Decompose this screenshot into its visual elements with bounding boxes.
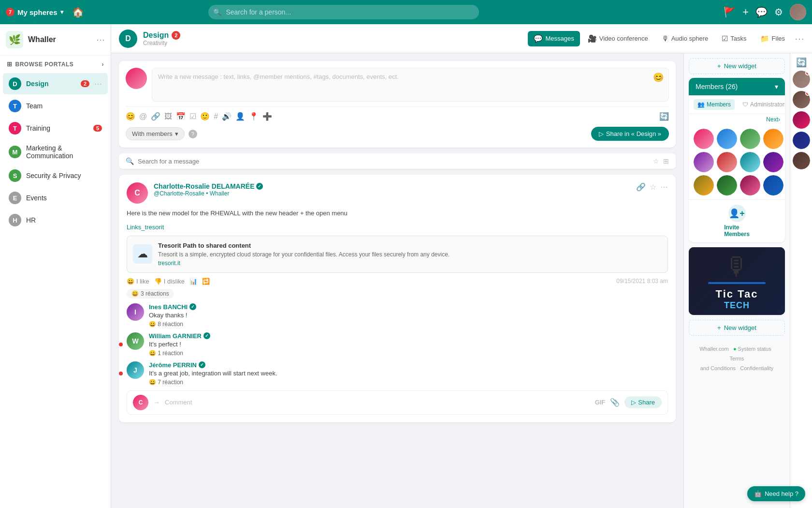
comment-input[interactable] xyxy=(165,399,590,406)
members-tab-members[interactable]: 👥 Members xyxy=(694,99,735,110)
sidebar-more-design[interactable]: ⋯ xyxy=(94,79,102,89)
compose-at-icon[interactable]: @ xyxy=(139,112,147,121)
side-refresh-icon[interactable]: 🔄 xyxy=(796,57,807,68)
compose-sound-icon[interactable]: 🔊 xyxy=(222,112,232,121)
compose-box: Write a new message : text, links, @memb… xyxy=(119,61,676,148)
member-avatar-9[interactable] xyxy=(694,175,714,195)
share-button[interactable]: ▷ Share in « Design » xyxy=(591,127,669,141)
feed-filter-icon[interactable]: ⊞ xyxy=(663,157,669,165)
like-button[interactable]: 😀 I like xyxy=(127,278,149,285)
compose-tag-icon[interactable]: # xyxy=(214,112,218,121)
members-tab-admins[interactable]: 🛡 Administrators xyxy=(739,99,785,110)
user-avatar[interactable] xyxy=(790,4,806,20)
tab-tasks[interactable]: ☑ Tasks xyxy=(716,31,752,46)
comment-share-button[interactable]: ▷ Share xyxy=(624,396,662,408)
compose-input-area[interactable]: Write a new message : text, links, @memb… xyxy=(152,68,669,102)
comment-input-row: C → GIF 📎 ▷ Share xyxy=(127,390,668,415)
member-avatar-2[interactable] xyxy=(717,129,737,149)
message-more-icon[interactable]: ⋯ xyxy=(660,182,668,192)
gif-button[interactable]: GIF xyxy=(595,399,606,406)
with-members-label: With members xyxy=(132,130,173,137)
compose-check-icon[interactable]: ☑ xyxy=(189,112,196,121)
link-preview-url[interactable]: tresorit.it xyxy=(158,260,662,267)
terms-conditions-link[interactable]: and Conditions xyxy=(700,365,736,371)
compose-emoji-toolbar[interactable]: 😊 xyxy=(126,112,135,121)
compose-link-icon[interactable]: 🔗 xyxy=(151,112,160,121)
attach-icon[interactable]: 📎 xyxy=(610,398,620,407)
whaller-com-link[interactable]: Whaller.com xyxy=(699,346,729,352)
new-widget-bottom-button[interactable]: + New widget xyxy=(689,320,785,336)
spheres-dropdown-icon[interactable]: ▾ xyxy=(60,9,63,15)
home-icon[interactable]: 🏠 xyxy=(72,6,84,18)
feed-search-input[interactable] xyxy=(138,158,649,165)
podcast-widget[interactable]: 🎙 Tic Tac TECH xyxy=(689,247,785,315)
tab-audio[interactable]: 🎙 Audio sphere xyxy=(656,31,714,46)
side-icon-1[interactable] xyxy=(793,71,810,88)
audience-help-icon[interactable]: ? xyxy=(188,130,197,138)
compose-refresh-icon[interactable]: 🔄 xyxy=(659,112,669,121)
tab-video[interactable]: 🎥 Video conference xyxy=(582,31,654,46)
sidebar-item-hr[interactable]: H HR xyxy=(3,209,108,231)
workspace-more-icon[interactable]: ⋯ xyxy=(96,34,105,45)
system-status-link[interactable]: System status xyxy=(738,346,771,352)
member-avatar-8[interactable] xyxy=(763,152,783,172)
side-icon-4[interactable] xyxy=(793,132,810,149)
compose-calendar-icon[interactable]: 📅 xyxy=(176,112,186,121)
side-icon-3[interactable] xyxy=(793,111,810,129)
sphere-more-icon[interactable]: ⋯ xyxy=(795,33,804,45)
tab-messages[interactable]: 💬 Messages xyxy=(528,31,580,46)
members-next-button[interactable]: Next › xyxy=(689,114,785,125)
message-star-icon[interactable]: ☆ xyxy=(650,182,656,192)
confidentiality-link[interactable]: Confidentiality xyxy=(740,365,773,371)
share-btn-icon: ▷ xyxy=(599,130,604,137)
flag-icon[interactable]: 🚩 xyxy=(724,6,736,18)
member-avatar-3[interactable] xyxy=(740,129,760,149)
app-name: My spheres xyxy=(17,8,58,16)
terms-link[interactable]: Terms xyxy=(730,356,744,361)
search-input[interactable] xyxy=(208,5,479,19)
member-avatar-4[interactable] xyxy=(763,129,783,149)
unread-indicator-2 xyxy=(119,343,123,346)
message-link-anchor[interactable]: Links_tresorit xyxy=(127,224,164,231)
tab-files[interactable]: 📁 Files xyxy=(754,31,791,46)
member-avatar-1[interactable] xyxy=(694,129,714,149)
help-button[interactable]: 🤖 Need help ? xyxy=(747,486,805,501)
compose-smiley-icon[interactable]: 🙂 xyxy=(200,112,210,121)
sidebar-item-security[interactable]: S Security & Privacy xyxy=(3,165,108,186)
side-icon-2[interactable] xyxy=(793,91,810,108)
sidebar-label-security: Security & Privacy xyxy=(26,172,102,179)
sidebar-item-training[interactable]: T Training 5 xyxy=(3,118,108,139)
compose-plus-icon[interactable]: ➕ xyxy=(262,112,272,121)
member-avatar-11[interactable] xyxy=(740,175,760,195)
invite-members-button[interactable]: 👤+ InviteMembers xyxy=(689,199,785,242)
sidebar-item-design[interactable]: D Design 2 ⋯ xyxy=(3,73,108,94)
members-collapse-icon[interactable]: ▾ xyxy=(775,83,778,90)
browse-portals-button[interactable]: ⊞ BROWSE PORTALS › xyxy=(0,56,111,73)
new-widget-top-button[interactable]: + New widget xyxy=(689,58,785,74)
dislike-button[interactable]: 👎 I dislike xyxy=(154,278,185,285)
member-avatar-12[interactable] xyxy=(763,175,783,195)
chat-icon[interactable]: 💬 xyxy=(755,6,768,18)
share-message-icon[interactable]: 🔁 xyxy=(202,278,210,285)
feed-star-icon[interactable]: ☆ xyxy=(653,157,659,165)
member-avatar-10[interactable] xyxy=(717,175,737,195)
message-header: C Charlotte-Rosalie DELAMARÉE ✓ @Charlot… xyxy=(127,182,668,204)
side-icon-5[interactable] xyxy=(793,152,810,169)
sidebar-item-marketing[interactable]: M Marketing & Communication xyxy=(3,140,108,164)
member-avatar-5[interactable] xyxy=(694,152,714,172)
compose-emoji-icon[interactable]: 😊 xyxy=(653,72,664,83)
compose-image-icon[interactable]: 🖼 xyxy=(164,112,172,121)
my-spheres-button[interactable]: 7 My spheres ▾ xyxy=(6,8,63,16)
message-link-icon[interactable]: 🔗 xyxy=(636,182,646,192)
compose-person-icon[interactable]: 👤 xyxy=(235,112,245,121)
add-icon[interactable]: + xyxy=(742,6,749,18)
settings-icon[interactable]: ⚙ xyxy=(774,6,783,18)
compose-location-icon[interactable]: 📍 xyxy=(249,112,259,121)
sidebar-item-team[interactable]: T Team xyxy=(3,95,108,117)
sidebar-item-events[interactable]: E Events xyxy=(3,187,108,209)
member-avatar-6[interactable] xyxy=(717,152,737,172)
sidebar-dot-training: T xyxy=(9,122,21,134)
chart-icon[interactable]: 📊 xyxy=(189,278,197,285)
member-avatar-7[interactable] xyxy=(740,152,760,172)
with-members-button[interactable]: With members ▾ xyxy=(126,127,185,140)
